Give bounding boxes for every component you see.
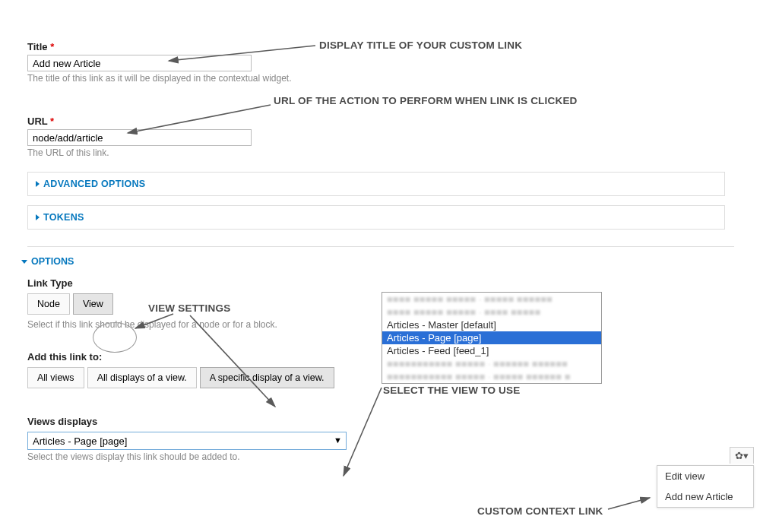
views-displays-label: Views displays — [27, 416, 727, 427]
chevron-right-icon — [36, 214, 40, 220]
title-help: The title of this link as it will be dis… — [27, 73, 727, 84]
gear-icon[interactable]: ✿▾ — [730, 447, 754, 464]
views-listbox[interactable]: ■■■■ ■■■■■ ■■■■■ · ■■■■■ ■■■■■■ ■■■■ ■■■… — [382, 292, 602, 384]
chevron-right-icon — [36, 181, 40, 187]
views-displays-help: Select the views display this link shoul… — [27, 451, 727, 462]
url-label: URL * — [27, 116, 727, 127]
tokens-toggle[interactable]: TOKENS — [36, 212, 717, 223]
url-input[interactable] — [27, 129, 252, 146]
svg-line-5 — [608, 498, 650, 509]
add-to-group: All views All displays of a view. A spec… — [27, 367, 727, 388]
add-to-all-views[interactable]: All views — [27, 367, 84, 388]
listbox-item[interactable]: Articles - Page [page] — [382, 331, 601, 344]
context-edit-view[interactable]: Edit view — [657, 466, 753, 486]
title-input[interactable] — [27, 55, 252, 71]
listbox-item[interactable]: Articles - Feed [feed_1] — [382, 344, 601, 357]
link-type-group: Node View — [27, 293, 727, 315]
listbox-item[interactable]: Articles - Master [default] — [382, 318, 601, 331]
link-type-view[interactable]: View — [73, 293, 113, 315]
add-to-all-displays[interactable]: All displays of a view. — [87, 367, 197, 388]
context-menu-wrap: ✿▾ Edit view Add new Article — [657, 447, 754, 508]
tokens-fieldset[interactable]: TOKENS — [27, 205, 725, 230]
link-type-label: Link Type — [27, 277, 727, 289]
add-to-specific-display[interactable]: A specific display of a view. — [200, 367, 334, 388]
annotation-custom-ctx: CUSTOM CONTEXT LINK — [477, 505, 603, 517]
views-displays-select[interactable]: Articles - Page [page] — [27, 432, 347, 450]
link-type-help: Select if this link should be displayed … — [27, 319, 727, 330]
options-header[interactable]: OPTIONS — [21, 256, 727, 267]
advanced-options-fieldset[interactable]: ADVANCED OPTIONS — [27, 172, 725, 196]
add-to-label: Add this link to: — [27, 351, 727, 363]
url-help: The URL of this link. — [27, 147, 727, 158]
title-label: Title * — [27, 41, 727, 52]
required-marker: * — [50, 116, 54, 127]
advanced-options-toggle[interactable]: ADVANCED OPTIONS — [36, 179, 717, 189]
context-menu: Edit view Add new Article — [657, 465, 754, 508]
context-add-new-article[interactable]: Add new Article — [657, 486, 753, 507]
chevron-down-icon — [21, 260, 27, 264]
link-type-node[interactable]: Node — [27, 293, 70, 315]
required-marker: * — [50, 41, 54, 52]
